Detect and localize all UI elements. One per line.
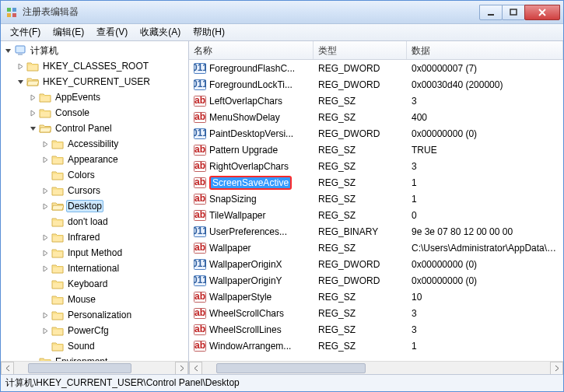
cell-type: REG_SZ [314, 243, 407, 254]
menu-file[interactable]: 文件(F) [4, 24, 47, 40]
list-row[interactable]: ForegroundLockTi...REG_DWORD0x00030d40 (… [189, 76, 563, 93]
column-data[interactable]: 数据 [407, 41, 563, 59]
expander-icon[interactable] [40, 185, 51, 196]
list-row[interactable]: WheelScrollCharsREG_SZ3 [189, 305, 563, 321]
tree-console[interactable]: Console [1, 105, 188, 121]
column-name[interactable]: 名称 [189, 41, 314, 59]
list-row[interactable]: MenuShowDelayREG_SZ400 [189, 109, 563, 125]
svg-rect-11 [12, 13, 16, 17]
tree-appevents[interactable]: AppEvents [1, 89, 188, 105]
menu-help[interactable]: 帮助(H) [187, 24, 231, 40]
list-row[interactable]: WallpaperStyleREG_SZ10 [189, 289, 563, 305]
list-header: 名称 类型 数据 [189, 41, 563, 60]
value-name: WheelScrollChars [209, 308, 284, 319]
tree-cursors[interactable]: Cursors [1, 183, 188, 198]
scroll-left-icon[interactable] [189, 362, 202, 375]
value-name: UserPreferences... [209, 226, 287, 237]
list-body[interactable]: ForegroundFlashC...REG_DWORD0x00000007 (… [189, 60, 563, 361]
expander-icon[interactable] [40, 138, 51, 149]
menu-view[interactable]: 查看(V) [90, 24, 134, 40]
tree-controlpanel[interactable]: Control Panel [1, 121, 188, 136]
list-row[interactable]: RightOverlapCharsREG_SZ3 [189, 158, 563, 174]
tree-hkcu[interactable]: HKEY_CURRENT_USER [1, 74, 188, 89]
tree-scroll[interactable]: 计算机 HKEY_CLASSES_ROOT HKEY_CURRENT_USER … [1, 41, 188, 361]
tree-appearance[interactable]: Appearance [1, 152, 188, 167]
cell-name: TileWallpaper [189, 209, 314, 222]
tree-accessibility[interactable]: Accessibility [1, 136, 188, 152]
tree-powercfg[interactable]: PowerCfg [1, 323, 188, 338]
expander-icon[interactable] [27, 92, 38, 103]
close-button[interactable] [524, 5, 560, 20]
cell-type: REG_BINARY [314, 226, 407, 237]
list-row[interactable]: Pattern UpgradeREG_SZTRUE [189, 142, 563, 158]
expander-icon[interactable] [40, 232, 51, 243]
tree-infrared[interactable]: Infrared [1, 229, 188, 245]
tree-sound[interactable]: Sound [1, 338, 188, 354]
maximize-button[interactable] [502, 5, 525, 20]
svg-rect-9 [12, 8, 16, 12]
titlebar[interactable]: 注册表编辑器 [1, 1, 563, 24]
tree-hscrollbar[interactable] [1, 361, 188, 374]
tree-international[interactable]: International [1, 261, 188, 276]
minimize-button[interactable] [479, 5, 503, 20]
cell-name: PaintDesktopVersi... [189, 128, 314, 140]
cell-data: 3 [407, 161, 563, 172]
cell-data: 3 [407, 96, 563, 107]
scroll-thumb[interactable] [28, 363, 131, 373]
list-row[interactable]: ForegroundFlashC...REG_DWORD0x00000007 (… [189, 60, 563, 76]
expander-icon[interactable] [27, 107, 38, 118]
expander-icon[interactable] [40, 154, 51, 165]
list-row[interactable]: ScreenSaveActiveREG_SZ1 [189, 174, 563, 191]
list-row[interactable]: LeftOverlapCharsREG_SZ3 [189, 93, 563, 109]
list-row[interactable]: WheelScrollLinesREG_SZ3 [189, 321, 563, 338]
expander-icon[interactable] [40, 310, 51, 320]
cell-name: WallpaperOriginX [189, 258, 314, 271]
list-row[interactable]: SnapSizingREG_SZ1 [189, 191, 563, 207]
list-row[interactable]: WallpaperOriginXREG_DWORD0x00000000 (0) [189, 256, 563, 272]
list-row[interactable]: WallpaperOriginYREG_DWORD0x00000000 (0) [189, 272, 563, 289]
tree-pane: 计算机 HKEY_CLASSES_ROOT HKEY_CURRENT_USER … [1, 41, 189, 374]
value-name: MenuShowDelay [209, 112, 280, 123]
cell-type: REG_SZ [314, 308, 407, 319]
tree-label: Keyboard [66, 278, 109, 290]
tree-desktop[interactable]: Desktop [1, 198, 188, 214]
string-value-icon [194, 324, 206, 336]
tree-colors[interactable]: Colors [1, 167, 188, 183]
scroll-thumb[interactable] [216, 363, 366, 373]
tree-dontload[interactable]: don't load [1, 214, 188, 229]
list-hscrollbar[interactable] [189, 361, 563, 374]
menu-favorites[interactable]: 收藏夹(A) [134, 24, 187, 40]
expander-icon[interactable] [15, 61, 26, 72]
scroll-left-icon[interactable] [1, 362, 14, 375]
list-row[interactable]: UserPreferences...REG_BINARY9e 3e 07 80 … [189, 223, 563, 240]
cell-name: ScreenSaveActive [189, 176, 314, 190]
cell-name: ForegroundFlashC... [189, 62, 314, 75]
tree-hkcr[interactable]: HKEY_CLASSES_ROOT [1, 58, 188, 74]
menu-edit[interactable]: 编辑(E) [47, 24, 90, 40]
expander-icon[interactable] [40, 201, 51, 212]
tree-environment[interactable]: Environment [1, 354, 188, 361]
tree-keyboard[interactable]: Keyboard [1, 276, 188, 292]
tree-label: Input Method [66, 247, 124, 259]
tree-mouse[interactable]: Mouse [1, 292, 188, 307]
tree-personalization[interactable]: Personalization [1, 307, 188, 323]
scroll-right-icon[interactable] [175, 362, 188, 375]
expander-icon[interactable] [40, 247, 51, 258]
expander-icon[interactable] [40, 263, 51, 274]
tree-inputmethod[interactable]: Input Method [1, 245, 188, 261]
list-row[interactable]: WindowArrangem...REG_SZ1 [189, 338, 563, 354]
expander-icon[interactable] [15, 76, 26, 87]
binary-value-icon [194, 128, 206, 140]
menubar: 文件(F) 编辑(E) 查看(V) 收藏夹(A) 帮助(H) [1, 24, 563, 41]
list-row[interactable]: PaintDesktopVersi...REG_DWORD0x00000000 … [189, 125, 563, 142]
list-row[interactable]: WallpaperREG_SZC:\Users\Administrator\Ap… [189, 240, 563, 256]
column-type[interactable]: 类型 [314, 41, 407, 59]
scroll-right-icon[interactable] [550, 362, 563, 375]
list-row[interactable]: TileWallpaperREG_SZ0 [189, 207, 563, 223]
value-name: Pattern Upgrade [209, 145, 278, 156]
expander-icon[interactable] [27, 123, 38, 134]
tree-root[interactable]: 计算机 [1, 43, 188, 58]
expander-icon[interactable] [40, 325, 51, 336]
registry-editor-window: 注册表编辑器 文件(F) 编辑(E) 查看(V) 收藏夹(A) 帮助(H) 计算… [0, 0, 564, 392]
expander-icon[interactable] [2, 45, 13, 56]
